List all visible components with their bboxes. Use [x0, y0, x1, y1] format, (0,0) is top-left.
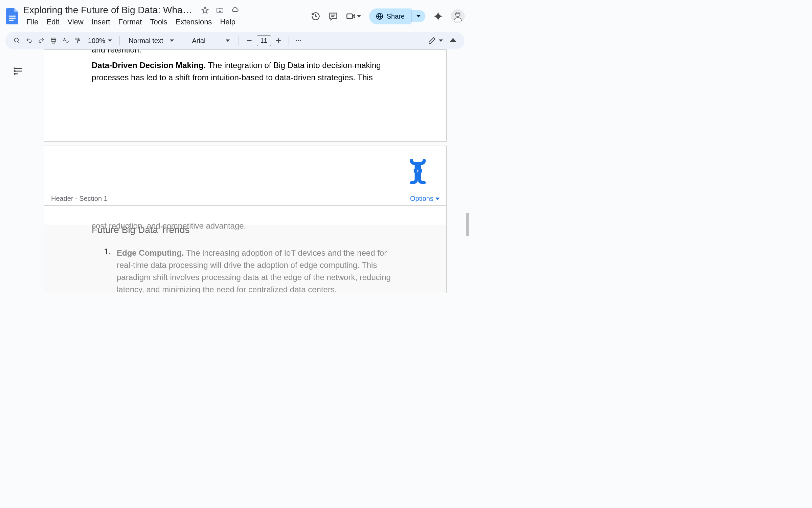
- spellcheck-icon[interactable]: [61, 36, 70, 45]
- header-section-label: Header - Section 1: [51, 195, 108, 203]
- font-select[interactable]: Arial: [188, 36, 234, 46]
- menu-file[interactable]: File: [23, 16, 42, 28]
- chevron-down-icon: [226, 39, 230, 43]
- menu-extensions[interactable]: Extensions: [172, 16, 216, 28]
- svg-point-23: [14, 71, 15, 72]
- document-page[interactable]: Header - Section 1 Options cost reductio…: [44, 146, 447, 293]
- numbered-list-item: 1. Edge Computing. The increasing adopti…: [44, 247, 446, 293]
- svg-point-22: [14, 68, 15, 69]
- svg-point-16: [296, 40, 297, 41]
- chevron-down-icon: [416, 14, 421, 18]
- svg-rect-15: [76, 38, 78, 40]
- font-value: Arial: [192, 37, 205, 45]
- page-body-area: cost reduction, and competitive advantag…: [44, 225, 446, 293]
- chevron-down-icon: [435, 197, 439, 201]
- svg-rect-0: [9, 16, 16, 17]
- app-header: Exploring the Future of Big Data: What T…: [0, 0, 470, 30]
- chevron-down-icon: [357, 14, 361, 18]
- svg-point-24: [14, 73, 15, 75]
- redo-icon[interactable]: [37, 36, 46, 45]
- menu-edit[interactable]: Edit: [43, 16, 63, 28]
- collapse-toolbar-icon[interactable]: [448, 35, 458, 46]
- decrease-font-size[interactable]: −: [244, 35, 254, 46]
- history-icon[interactable]: [311, 12, 320, 21]
- share-label: Share: [387, 13, 405, 20]
- scrollbar-thumb[interactable]: [466, 213, 469, 236]
- undo-icon[interactable]: [24, 36, 34, 45]
- pencil-icon: [428, 37, 436, 45]
- bold-text: Data-Driven Decision Making.: [92, 61, 206, 70]
- page-header-area[interactable]: [44, 146, 446, 192]
- move-icon[interactable]: [216, 6, 224, 14]
- zoom-select[interactable]: 100%: [85, 36, 115, 46]
- cloud-status-icon[interactable]: [231, 6, 239, 14]
- share-button[interactable]: Share: [369, 8, 411, 24]
- bold-text: Edge Computing.: [117, 248, 184, 257]
- video-icon: [346, 12, 356, 21]
- font-size-input[interactable]: [257, 35, 271, 46]
- editing-mode[interactable]: [428, 37, 443, 45]
- document-text: and retention.: [44, 49, 446, 56]
- document-paragraph: Data-Driven Decision Making. The integra…: [44, 59, 446, 84]
- style-value: Normal text: [129, 37, 163, 45]
- header-indicator-bar: Header - Section 1 Options: [44, 192, 446, 206]
- paint-format-icon[interactable]: [73, 36, 83, 45]
- svg-rect-5: [347, 14, 352, 19]
- menu-format[interactable]: Format: [115, 16, 145, 28]
- document-text: cost reduction, and competitive advantag…: [44, 220, 446, 232]
- list-number: 1.: [104, 247, 111, 293]
- increase-font-size[interactable]: +: [273, 35, 284, 46]
- print-icon[interactable]: [49, 36, 58, 45]
- globe-icon: [376, 13, 383, 20]
- meet-button[interactable]: [346, 12, 361, 21]
- options-label: Options: [410, 195, 433, 203]
- chevron-down-icon: [170, 39, 174, 43]
- document-page[interactable]: and retention. Data-Driven Decision Maki…: [44, 49, 447, 142]
- star-icon[interactable]: [201, 6, 209, 14]
- document-title[interactable]: Exploring the Future of Big Data: What T…: [23, 5, 192, 16]
- svg-point-17: [298, 40, 299, 41]
- svg-point-18: [300, 40, 301, 41]
- chevron-down-icon: [108, 39, 112, 43]
- svg-point-8: [455, 12, 460, 17]
- docs-logo[interactable]: [5, 7, 19, 25]
- menu-insert[interactable]: Insert: [88, 16, 114, 28]
- search-icon[interactable]: [12, 36, 22, 45]
- menu-tools[interactable]: Tools: [146, 16, 171, 28]
- svg-line-11: [18, 42, 20, 43]
- zoom-value: 100%: [88, 37, 105, 45]
- outline-toggle-icon[interactable]: [13, 66, 24, 77]
- user-avatar[interactable]: [451, 9, 465, 23]
- menu-view[interactable]: View: [64, 16, 87, 28]
- menubar: File Edit View Insert Format Tools Exten…: [23, 16, 306, 28]
- comment-icon[interactable]: [329, 12, 338, 21]
- toolbar: 100% Normal text Arial − +: [5, 32, 465, 49]
- svg-rect-1: [9, 18, 16, 19]
- header-options-button[interactable]: Options: [410, 195, 439, 203]
- share-dropdown[interactable]: [411, 10, 425, 22]
- more-icon[interactable]: [294, 36, 303, 45]
- gemini-icon[interactable]: [433, 12, 443, 21]
- paragraph-style-select[interactable]: Normal text: [125, 36, 178, 46]
- menu-help[interactable]: Help: [217, 16, 239, 28]
- svg-rect-2: [9, 20, 14, 21]
- svg-point-10: [15, 38, 19, 42]
- chevron-down-icon: [439, 39, 443, 43]
